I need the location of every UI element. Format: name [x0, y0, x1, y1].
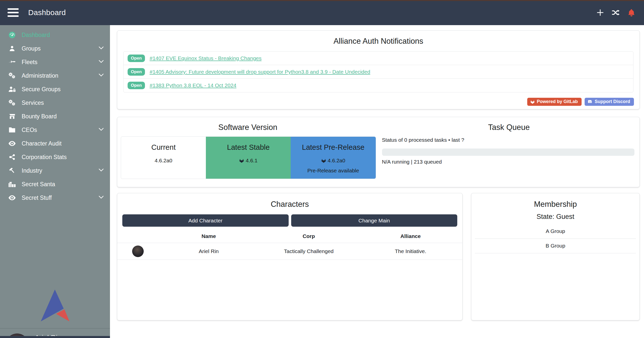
prerelease-note: Pre-Release available [291, 168, 375, 174]
sidebar-item-services[interactable]: Services [0, 96, 110, 110]
table-row: Ariel Rin Tactically Challenged The Init… [117, 243, 462, 260]
page-title: Dashboard [28, 8, 66, 17]
column-header-corp: Corp [259, 230, 359, 243]
hammer-icon [7, 167, 18, 174]
notifications-title: Alliance Auth Notifications [117, 37, 639, 46]
portrait-column-header [117, 230, 159, 243]
support-discord-badge[interactable]: Support Discord [585, 98, 634, 106]
notifications-bell-icon[interactable] [627, 8, 636, 17]
main-content: Alliance Auth Notifications Open #1407 E… [110, 25, 644, 338]
membership-state: State: Guest [471, 213, 639, 221]
task-queue-section: Task Queue Status of 0 processed tasks •… [378, 117, 640, 187]
status-badge: Open [128, 55, 145, 62]
chevron-down-icon [98, 46, 104, 51]
list-item: B Group [475, 239, 636, 253]
badge-label: Powered by GitLab [537, 99, 578, 104]
sidebar-item-label: Groups [22, 45, 41, 52]
sidebar-item-secret-santa[interactable]: Secret Santa [0, 177, 110, 191]
sidebar-item-label: CEOs [22, 127, 37, 133]
sidebar-item-dashboard[interactable]: Dashboard [0, 28, 110, 42]
folder-icon [7, 127, 18, 133]
version-card-label: Latest Pre-Release [291, 143, 375, 152]
version-card-value: 4.6.1 [246, 158, 257, 164]
sidebar-item-label: Industry [22, 167, 42, 174]
list-item: A Group [475, 224, 636, 239]
notification-item: Open #1383 Python 3.8 EOL - 14 Oct 2024 [124, 79, 633, 92]
sidebar-item-groups[interactable]: Groups [0, 42, 110, 55]
share-alt-icon [7, 154, 18, 160]
cogs-icon [7, 99, 18, 106]
sidebar-item-secure-groups[interactable]: Secure Groups [0, 82, 110, 96]
membership-panel: Membership State: Guest A Group B Group [471, 193, 640, 320]
sidebar-item-industry[interactable]: Industry [0, 164, 110, 177]
character-alliance-cell: The Initiative. [359, 243, 462, 260]
task-queue-title: Task Queue [378, 123, 640, 132]
powered-by-gitlab-badge[interactable]: Powered by GitLab [527, 98, 582, 106]
notification-link[interactable]: #1405 Advisory: Future development will … [149, 69, 370, 75]
sidebar-item-label: Secret Stuff [22, 195, 52, 201]
notification-item: Open #1407 EVE Equinox Status - Breaking… [124, 52, 633, 65]
cogs-icon [7, 72, 18, 79]
notification-link[interactable]: #1383 Python 3.8 EOL - 14 Oct 2024 [149, 82, 236, 88]
sidebar-item-ceos[interactable]: CEOs [0, 123, 110, 137]
sidebar-item-bounty-board[interactable]: Bounty Board [0, 110, 110, 123]
sidebar-bottom-strip [0, 336, 110, 338]
discord-icon [588, 100, 593, 104]
column-header-name: Name [159, 230, 259, 243]
user-icon [7, 45, 18, 52]
notifications-list: Open #1407 EVE Equinox Status - Breaking… [123, 51, 633, 92]
chevron-down-icon [98, 168, 104, 173]
gitlab-icon [321, 158, 326, 163]
version-card-latest-prerelease: Latest Pre-Release 4.6.2a0 Pre-Release a… [291, 137, 375, 179]
sidebar-item-fleets[interactable]: Fleets [0, 55, 110, 69]
eye-icon [7, 140, 18, 147]
sidebar-item-label: Corporation Stats [22, 154, 67, 161]
characters-panel: Characters Add Character Change Main Nam… [117, 193, 463, 320]
software-version-title: Software Version [117, 123, 378, 132]
dashboard-gauge-icon [7, 31, 18, 39]
store-icon [7, 113, 18, 120]
version-cards: Current 4.6.2a0 Latest Stable 4.6.1 Late… [121, 136, 376, 179]
version-taskqueue-panel: Software Version Current 4.6.2a0 Latest … [117, 117, 640, 187]
fighter-jet-icon [7, 59, 18, 65]
menu-toggle-icon[interactable] [8, 8, 19, 17]
group-list: A Group B Group [475, 224, 636, 253]
sidebar-item-character-audit[interactable]: Character Audit [0, 137, 110, 150]
sidebar-item-label: Dashboard [22, 32, 50, 38]
task-queue-status: Status of 0 processed tasks • last ? [382, 137, 635, 143]
characters-title: Characters [117, 200, 462, 209]
sidebar-item-administration[interactable]: Administration [0, 69, 110, 82]
sidebar-item-label: Services [22, 100, 44, 106]
gifts-icon [7, 181, 18, 187]
version-card-current: Current 4.6.2a0 [121, 137, 206, 179]
change-main-button[interactable]: Change Main [291, 214, 458, 227]
version-card-latest-stable: Latest Stable 4.6.1 [206, 137, 291, 179]
sidebar-item-label: Secure Groups [22, 86, 61, 93]
character-corp-cell: Tactically Challenged [259, 243, 359, 260]
notification-link[interactable]: #1407 EVE Equinox Status - Breaking Chan… [149, 55, 261, 61]
add-character-icon[interactable] [596, 8, 605, 17]
alliance-auth-notifications-panel: Alliance Auth Notifications Open #1407 E… [117, 30, 640, 109]
version-card-value: 4.6.2a0 [155, 158, 172, 164]
task-queue-info: N/A running | 213 queued [382, 159, 635, 165]
membership-title: Membership [471, 200, 639, 209]
task-queue-progress-bar [382, 149, 635, 156]
status-badge: Open [128, 82, 145, 89]
sidebar-item-label: Fleets [22, 59, 37, 66]
badge-label: Support Discord [595, 99, 630, 104]
add-character-button[interactable]: Add Character [122, 214, 289, 227]
software-version-section: Software Version Current 4.6.2a0 Latest … [117, 117, 378, 187]
notification-item: Open #1405 Advisory: Future development … [124, 65, 633, 79]
shuffle-character-icon[interactable] [611, 8, 620, 17]
alliance-auth-logo [0, 289, 110, 322]
sidebar-item-label: Secret Santa [22, 181, 55, 188]
version-card-value: 4.6.2a0 [328, 158, 345, 164]
character-name-cell: Ariel Rin [159, 243, 259, 260]
eye-icon [7, 195, 18, 201]
characters-table: Name Corp Alliance Ariel Rin Tactically … [117, 230, 462, 260]
chevron-down-icon [98, 195, 104, 200]
sidebar-item-secret-stuff[interactable]: Secret Stuff [0, 191, 110, 205]
top-navbar: Dashboard [0, 0, 644, 25]
sidebar-item-corporation-stats[interactable]: Corporation Stats [0, 150, 110, 164]
sidebar: Dashboard Groups Fleets [0, 25, 110, 338]
